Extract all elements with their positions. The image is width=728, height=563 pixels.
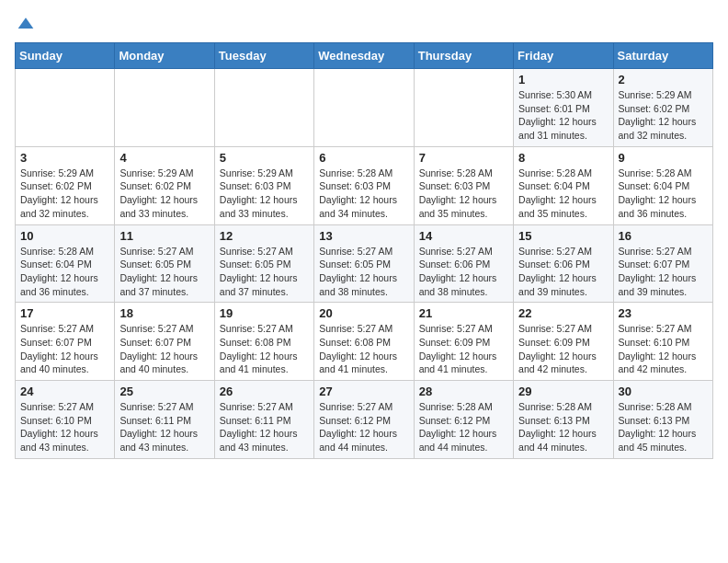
day-info: Sunrise: 5:28 AMSunset: 6:04 PMDaylight:…	[619, 167, 708, 221]
day-of-week-header: Wednesday	[314, 43, 414, 69]
calendar-day-cell: 3Sunrise: 5:29 AMSunset: 6:02 PMDaylight…	[16, 146, 115, 224]
calendar-day-cell: 7Sunrise: 5:28 AMSunset: 6:03 PMDaylight…	[414, 146, 513, 224]
calendar-week-row: 17Sunrise: 5:27 AMSunset: 6:07 PMDayligh…	[16, 303, 713, 381]
day-info: Sunrise: 5:27 AMSunset: 6:11 PMDaylight:…	[119, 400, 209, 454]
day-of-week-header: Friday	[514, 43, 613, 69]
day-number: 21	[419, 306, 508, 320]
calendar-day-cell	[16, 69, 115, 147]
day-info: Sunrise: 5:30 AMSunset: 6:01 PMDaylight:…	[518, 88, 608, 143]
day-number: 14	[419, 229, 508, 243]
calendar-day-cell: 23Sunrise: 5:27 AMSunset: 6:10 PMDayligh…	[613, 303, 712, 381]
calendar-day-cell: 6Sunrise: 5:28 AMSunset: 6:03 PMDaylight…	[314, 146, 414, 224]
calendar-day-cell	[115, 69, 214, 147]
day-of-week-header: Sunday	[16, 43, 115, 69]
calendar-day-cell: 22Sunrise: 5:27 AMSunset: 6:09 PMDayligh…	[514, 303, 613, 381]
day-info: Sunrise: 5:29 AMSunset: 6:02 PMDaylight:…	[619, 88, 708, 143]
day-info: Sunrise: 5:28 AMSunset: 6:03 PMDaylight:…	[419, 167, 508, 221]
day-info: Sunrise: 5:27 AMSunset: 6:07 PMDaylight:…	[619, 245, 708, 299]
day-of-week-header: Tuesday	[214, 43, 313, 69]
calendar-table: SundayMondayTuesdayWednesdayThursdayFrid…	[15, 42, 713, 459]
day-of-week-header: Monday	[115, 43, 214, 69]
day-info: Sunrise: 5:29 AMSunset: 6:03 PMDaylight:…	[220, 167, 309, 221]
logo	[15, 15, 35, 33]
calendar-day-cell: 5Sunrise: 5:29 AMSunset: 6:03 PMDaylight…	[214, 146, 313, 224]
calendar-day-cell: 27Sunrise: 5:27 AMSunset: 6:12 PMDayligh…	[314, 381, 414, 459]
day-info: Sunrise: 5:27 AMSunset: 6:06 PMDaylight:…	[419, 245, 508, 299]
day-number: 19	[220, 306, 309, 320]
day-info: Sunrise: 5:27 AMSunset: 6:10 PMDaylight:…	[619, 322, 708, 376]
calendar-day-cell: 12Sunrise: 5:27 AMSunset: 6:05 PMDayligh…	[214, 224, 313, 303]
day-info: Sunrise: 5:27 AMSunset: 6:09 PMDaylight:…	[419, 322, 508, 376]
calendar-day-cell: 19Sunrise: 5:27 AMSunset: 6:08 PMDayligh…	[214, 303, 313, 381]
calendar-week-row: 3Sunrise: 5:29 AMSunset: 6:02 PMDaylight…	[16, 146, 713, 224]
calendar-day-cell	[314, 69, 414, 147]
calendar-day-cell	[414, 69, 513, 147]
logo-icon	[17, 15, 35, 33]
day-number: 27	[319, 385, 408, 398]
day-of-week-header: Thursday	[414, 43, 513, 69]
day-info: Sunrise: 5:27 AMSunset: 6:09 PMDaylight:…	[518, 322, 608, 376]
calendar-day-cell: 11Sunrise: 5:27 AMSunset: 6:05 PMDayligh…	[115, 224, 214, 303]
day-number: 23	[619, 306, 708, 320]
day-number: 2	[619, 73, 708, 86]
day-number: 7	[419, 151, 508, 165]
day-number: 28	[419, 385, 508, 398]
page-header	[15, 15, 713, 33]
calendar-day-cell: 16Sunrise: 5:27 AMSunset: 6:07 PMDayligh…	[613, 224, 712, 303]
day-number: 16	[619, 229, 708, 243]
day-info: Sunrise: 5:27 AMSunset: 6:07 PMDaylight:…	[119, 322, 209, 376]
day-number: 11	[119, 229, 209, 243]
day-number: 9	[619, 151, 708, 165]
calendar-day-cell: 18Sunrise: 5:27 AMSunset: 6:07 PMDayligh…	[115, 303, 214, 381]
day-info: Sunrise: 5:27 AMSunset: 6:07 PMDaylight:…	[20, 322, 109, 376]
calendar-day-cell: 9Sunrise: 5:28 AMSunset: 6:04 PMDaylight…	[613, 146, 712, 224]
day-number: 5	[220, 151, 309, 165]
calendar-day-cell: 8Sunrise: 5:28 AMSunset: 6:04 PMDaylight…	[514, 146, 613, 224]
calendar-day-cell: 29Sunrise: 5:28 AMSunset: 6:13 PMDayligh…	[514, 381, 613, 459]
calendar-day-cell: 20Sunrise: 5:27 AMSunset: 6:08 PMDayligh…	[314, 303, 414, 381]
calendar-week-row: 10Sunrise: 5:28 AMSunset: 6:04 PMDayligh…	[16, 224, 713, 303]
calendar-day-cell: 14Sunrise: 5:27 AMSunset: 6:06 PMDayligh…	[414, 224, 513, 303]
day-number: 1	[518, 73, 608, 86]
calendar-header-row: SundayMondayTuesdayWednesdayThursdayFrid…	[16, 43, 713, 69]
day-number: 12	[220, 229, 309, 243]
day-number: 25	[119, 385, 209, 398]
day-info: Sunrise: 5:28 AMSunset: 6:12 PMDaylight:…	[419, 400, 508, 454]
day-info: Sunrise: 5:27 AMSunset: 6:08 PMDaylight:…	[220, 322, 309, 376]
calendar-day-cell: 2Sunrise: 5:29 AMSunset: 6:02 PMDaylight…	[613, 69, 712, 147]
calendar-day-cell: 30Sunrise: 5:28 AMSunset: 6:13 PMDayligh…	[613, 381, 712, 459]
calendar-day-cell: 24Sunrise: 5:27 AMSunset: 6:10 PMDayligh…	[16, 381, 115, 459]
day-info: Sunrise: 5:27 AMSunset: 6:05 PMDaylight:…	[319, 245, 408, 299]
day-info: Sunrise: 5:29 AMSunset: 6:02 PMDaylight:…	[20, 167, 109, 221]
day-number: 10	[20, 229, 109, 243]
day-number: 30	[619, 385, 708, 398]
day-number: 15	[518, 229, 608, 243]
day-info: Sunrise: 5:27 AMSunset: 6:05 PMDaylight:…	[220, 245, 309, 299]
day-number: 4	[119, 151, 209, 165]
day-number: 29	[518, 385, 608, 398]
day-number: 26	[220, 385, 309, 398]
day-info: Sunrise: 5:28 AMSunset: 6:13 PMDaylight:…	[518, 400, 608, 454]
day-number: 22	[518, 306, 608, 320]
day-number: 18	[119, 306, 209, 320]
calendar-day-cell	[214, 69, 313, 147]
calendar-day-cell: 4Sunrise: 5:29 AMSunset: 6:02 PMDaylight…	[115, 146, 214, 224]
calendar-day-cell: 26Sunrise: 5:27 AMSunset: 6:11 PMDayligh…	[214, 381, 313, 459]
day-info: Sunrise: 5:27 AMSunset: 6:12 PMDaylight:…	[319, 400, 408, 454]
day-info: Sunrise: 5:27 AMSunset: 6:08 PMDaylight:…	[319, 322, 408, 376]
day-number: 17	[20, 306, 109, 320]
svg-marker-0	[18, 17, 34, 29]
calendar-day-cell: 17Sunrise: 5:27 AMSunset: 6:07 PMDayligh…	[16, 303, 115, 381]
day-info: Sunrise: 5:27 AMSunset: 6:06 PMDaylight:…	[518, 245, 608, 299]
day-info: Sunrise: 5:27 AMSunset: 6:10 PMDaylight:…	[20, 400, 109, 454]
day-info: Sunrise: 5:28 AMSunset: 6:04 PMDaylight:…	[518, 167, 608, 221]
calendar-day-cell: 1Sunrise: 5:30 AMSunset: 6:01 PMDaylight…	[514, 69, 613, 147]
calendar-week-row: 1Sunrise: 5:30 AMSunset: 6:01 PMDaylight…	[16, 69, 713, 147]
calendar-day-cell: 10Sunrise: 5:28 AMSunset: 6:04 PMDayligh…	[16, 224, 115, 303]
day-of-week-header: Saturday	[613, 43, 712, 69]
day-info: Sunrise: 5:27 AMSunset: 6:11 PMDaylight:…	[220, 400, 309, 454]
day-info: Sunrise: 5:29 AMSunset: 6:02 PMDaylight:…	[119, 167, 209, 221]
calendar-day-cell: 21Sunrise: 5:27 AMSunset: 6:09 PMDayligh…	[414, 303, 513, 381]
day-number: 8	[518, 151, 608, 165]
day-number: 24	[20, 385, 109, 398]
